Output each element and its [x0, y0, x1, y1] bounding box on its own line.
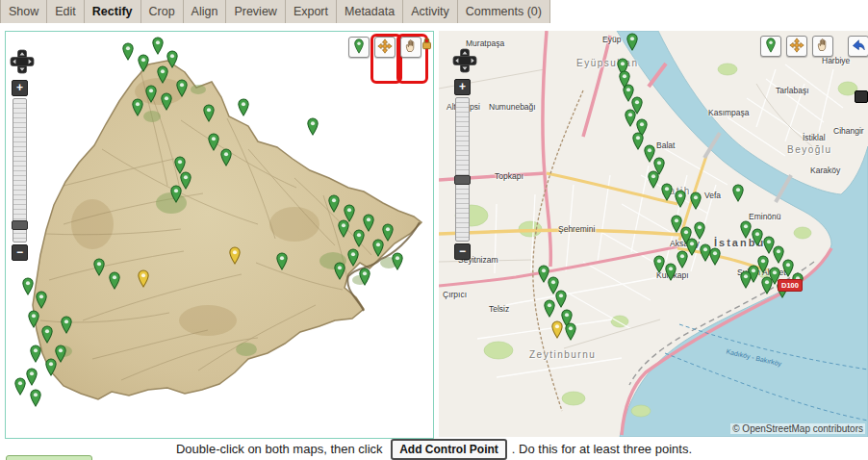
green-map-marker[interactable] [665, 263, 677, 282]
green-map-marker[interactable] [220, 148, 232, 167]
green-map-marker[interactable] [661, 183, 673, 202]
green-map-marker[interactable] [626, 33, 638, 52]
green-map-marker[interactable] [677, 250, 688, 269]
green-map-marker[interactable] [740, 220, 752, 240]
add-control-point-button[interactable]: Add Control Point [391, 439, 507, 460]
green-map-marker[interactable] [138, 54, 149, 73]
green-map-marker[interactable] [625, 109, 636, 128]
tab-comments-0[interactable]: Comments (0) [458, 0, 550, 23]
add-marker-tool[interactable] [348, 37, 370, 58]
green-map-marker[interactable] [26, 368, 38, 387]
green-map-marker[interactable] [565, 322, 576, 342]
green-map-marker[interactable] [334, 262, 345, 281]
zoom-slider[interactable] [13, 98, 27, 243]
green-map-marker[interactable] [632, 132, 644, 151]
pan-cross-icon [452, 48, 477, 73]
zoom-out-button[interactable]: − [454, 243, 471, 260]
green-map-marker[interactable] [276, 252, 288, 271]
green-map-marker[interactable] [152, 37, 164, 56]
green-map-marker[interactable] [166, 50, 178, 69]
green-map-marker[interactable] [690, 192, 702, 211]
overview-map-toggle[interactable] [855, 90, 868, 103]
green-map-marker[interactable] [122, 42, 134, 62]
green-map-marker[interactable] [338, 219, 349, 239]
pan-control[interactable] [10, 49, 35, 74]
tab-rectify[interactable]: Rectify [85, 0, 141, 23]
green-map-marker[interactable] [14, 377, 26, 396]
green-map-marker[interactable] [709, 247, 721, 267]
move-point-tool[interactable] [786, 36, 807, 57]
tab-activity[interactable]: Activity [403, 0, 458, 23]
green-map-marker[interactable] [752, 228, 763, 247]
green-map-marker[interactable] [648, 170, 659, 190]
green-map-marker[interactable] [132, 98, 143, 117]
zoom-in-button[interactable]: + [454, 79, 471, 95]
green-map-marker[interactable] [30, 345, 41, 364]
yellow-map-marker[interactable] [551, 320, 563, 340]
green-map-marker[interactable] [359, 268, 370, 287]
green-map-marker[interactable] [36, 291, 47, 310]
yellow-map-marker[interactable] [138, 269, 149, 289]
tab-crop[interactable]: Crop [141, 0, 184, 23]
green-map-marker[interactable] [28, 310, 39, 329]
map-navigation-controls: + − [452, 48, 479, 260]
tab-preview[interactable]: Preview [226, 0, 285, 23]
green-map-marker[interactable] [30, 389, 41, 408]
green-map-marker[interactable] [544, 299, 555, 319]
partial-hidden-button[interactable] [6, 455, 92, 460]
osm-attribution: © OpenStreetMap contributors [730, 423, 865, 434]
green-map-marker[interactable] [176, 79, 188, 98]
green-map-marker[interactable] [328, 194, 340, 214]
green-map-marker[interactable] [93, 258, 105, 277]
yellow-map-marker[interactable] [229, 246, 241, 266]
zoom-out-button[interactable]: − [12, 244, 28, 261]
green-map-marker[interactable] [161, 92, 172, 112]
hand-icon [404, 38, 419, 56]
green-map-marker[interactable] [61, 316, 72, 335]
move-point-tool[interactable] [374, 37, 396, 58]
tab-export[interactable]: Export [286, 0, 337, 23]
green-map-marker[interactable] [363, 214, 374, 233]
green-map-marker[interactable] [740, 270, 752, 290]
green-map-marker[interactable] [619, 70, 630, 89]
lock-icon[interactable] [421, 37, 432, 53]
tab-show[interactable]: Show [0, 0, 47, 23]
green-map-marker[interactable] [41, 325, 53, 345]
pan-cross-icon [10, 49, 35, 74]
tab-metadata[interactable]: Metadata [337, 0, 403, 23]
source-map-panel[interactable]: + − [5, 31, 434, 439]
zoom-in-button[interactable]: + [12, 80, 28, 96]
green-map-marker[interactable] [203, 104, 215, 123]
green-map-marker[interactable] [761, 276, 773, 295]
zoom-slider-handle[interactable] [12, 220, 28, 230]
green-map-marker[interactable] [347, 248, 359, 268]
reference-map-panel[interactable]: MuratpaşaEyüpEyüpsultanHarbiyeAltıntepsi… [439, 31, 868, 437]
layer-switcher-toggle-slot [848, 36, 868, 57]
green-map-marker[interactable] [732, 184, 744, 203]
green-map-marker[interactable] [55, 345, 66, 364]
pan-control[interactable] [452, 48, 477, 73]
green-map-marker[interactable] [307, 117, 319, 137]
tab-bar: ShowEditRectifyCropAlignPreviewExportMet… [0, 0, 868, 23]
green-map-marker[interactable] [145, 85, 157, 104]
green-map-marker[interactable] [170, 185, 182, 204]
add-marker-tool-slot [348, 37, 370, 58]
green-map-marker[interactable] [555, 290, 567, 309]
zoom-slider[interactable] [455, 97, 470, 242]
green-map-marker[interactable] [22, 277, 34, 296]
layer-switcher-toggle[interactable] [848, 36, 868, 57]
add-marker-tool[interactable] [760, 36, 781, 57]
green-map-marker[interactable] [238, 98, 249, 117]
green-map-marker[interactable] [208, 133, 219, 152]
tab-edit[interactable]: Edit [47, 0, 85, 23]
green-map-marker[interactable] [675, 190, 686, 209]
control-point-layer [439, 31, 868, 437]
green-map-marker[interactable] [653, 255, 665, 274]
pan-tool[interactable] [400, 37, 421, 58]
green-map-marker[interactable] [392, 252, 403, 271]
tab-align[interactable]: Align [184, 0, 227, 23]
green-map-marker[interactable] [109, 271, 120, 291]
zoom-slider-handle[interactable] [454, 175, 471, 185]
green-map-marker[interactable] [382, 223, 394, 243]
pan-tool[interactable] [812, 36, 833, 57]
